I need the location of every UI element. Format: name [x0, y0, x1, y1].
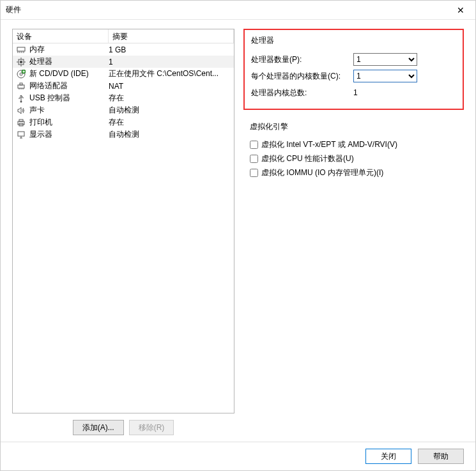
- svg-rect-15: [20, 83, 22, 85]
- device-name: 显示器: [29, 129, 109, 140]
- list-item[interactable]: 打印机存在: [13, 116, 234, 128]
- display-icon: [15, 130, 27, 140]
- svg-rect-6: [20, 61, 22, 63]
- svg-rect-0: [17, 47, 25, 51]
- list-item[interactable]: 显示器自动检测: [13, 128, 234, 141]
- svg-rect-14: [18, 85, 24, 88]
- device-name: USB 控制器: [29, 93, 109, 104]
- device-name: 处理器: [29, 56, 109, 67]
- svg-rect-24: [18, 132, 24, 136]
- device-summary: 存在: [109, 117, 234, 128]
- device-name: 内存: [29, 44, 109, 55]
- list-item[interactable]: USB 控制器存在: [13, 92, 234, 104]
- left-column: 设备 摘要 内存1 GB处理器1新 CD/DVD (IDE)正在使用文件 C:\…: [12, 29, 234, 435]
- counters-checkbox[interactable]: [250, 155, 258, 163]
- processor-count-row: 处理器数量(P): 1: [251, 51, 456, 68]
- device-name: 新 CD/DVD (IDE): [29, 68, 109, 79]
- virtualization-title: 虚拟化引擎: [250, 121, 457, 132]
- list-item[interactable]: 处理器1: [13, 56, 234, 68]
- list-item[interactable]: 网络适配器NAT: [13, 80, 234, 92]
- list-buttons: 添加(A)... 移除(R): [12, 413, 234, 435]
- device-summary: 存在: [109, 93, 234, 104]
- total-label: 处理器内核总数:: [251, 88, 353, 98]
- processor-group: 处理器 处理器数量(P): 1 每个处理器的内核数量(C): 1: [243, 29, 464, 110]
- cores-label: 每个处理器的内核数量(C):: [251, 71, 353, 82]
- vt-checkbox[interactable]: [250, 141, 258, 149]
- network-icon: [15, 81, 27, 91]
- total-row: 处理器内核总数: 1: [251, 84, 456, 101]
- iommu-checkbox[interactable]: [250, 169, 258, 177]
- list-rows: 内存1 GB处理器1新 CD/DVD (IDE)正在使用文件 C:\CentOS…: [13, 43, 234, 141]
- total-value: 1: [353, 88, 456, 97]
- counters-label: 虚拟化 CPU 性能计数器(U): [261, 153, 354, 164]
- dialog-title: 硬件: [6, 4, 451, 15]
- cores-select[interactable]: 1: [353, 70, 417, 82]
- device-summary: 1 GB: [109, 45, 234, 54]
- add-button[interactable]: 添加(A)...: [73, 420, 124, 435]
- header-device[interactable]: 设备: [13, 29, 109, 43]
- svg-point-12: [20, 73, 22, 75]
- list-item[interactable]: 声卡自动检测: [13, 104, 234, 116]
- list-item[interactable]: 内存1 GB: [13, 43, 234, 56]
- sound-icon: [15, 105, 27, 116]
- device-summary: 自动检测: [109, 129, 234, 140]
- device-summary: 自动检测: [109, 105, 234, 116]
- processor-title: 处理器: [251, 35, 456, 46]
- iommu-row: 虚拟化 IOMMU (IO 内存管理单元)(I): [250, 166, 457, 180]
- remove-button[interactable]: 移除(R): [129, 420, 174, 435]
- list-header: 设备 摘要: [13, 29, 234, 43]
- right-column: 处理器 处理器数量(P): 1 每个处理器的内核数量(C): 1: [243, 29, 464, 435]
- device-summary: 1: [109, 58, 234, 66]
- header-summary[interactable]: 摘要: [109, 29, 234, 43]
- vt-label: 虚拟化 Intel VT-x/EPT 或 AMD-V/RVI(V): [261, 139, 397, 150]
- close-icon[interactable]: ✕: [451, 3, 470, 18]
- cores-row: 每个处理器的内核数量(C): 1: [251, 68, 456, 84]
- device-name: 网络适配器: [29, 81, 109, 91]
- hardware-dialog: 硬件 ✕ 设备 摘要 内存1 GB处理器1新 CD/DVD (IDE)正在使用文…: [0, 0, 476, 471]
- usb-icon: [15, 93, 27, 104]
- counters-row: 虚拟化 CPU 性能计数器(U): [250, 151, 457, 166]
- dialog-footer: 关闭 帮助: [1, 442, 475, 470]
- virtualization-group: 虚拟化引擎 虚拟化 Intel VT-x/EPT 或 AMD-V/RVI(V) …: [243, 116, 464, 187]
- cpu-icon: [15, 57, 27, 67]
- processor-count-select[interactable]: 1: [353, 53, 417, 66]
- printer-icon: [15, 118, 27, 128]
- processor-count-value: 1: [353, 53, 456, 66]
- dialog-body: 设备 摘要 内存1 GB处理器1新 CD/DVD (IDE)正在使用文件 C:\…: [1, 20, 475, 442]
- memory-icon: [15, 45, 27, 55]
- processor-count-label: 处理器数量(P):: [251, 54, 353, 65]
- iommu-label: 虚拟化 IOMMU (IO 内存管理单元)(I): [261, 167, 383, 178]
- cd-icon: [15, 69, 27, 79]
- device-summary: 正在使用文件 C:\CentOS\Cent...: [109, 68, 234, 79]
- list-item[interactable]: 新 CD/DVD (IDE)正在使用文件 C:\CentOS\Cent...: [13, 68, 234, 80]
- titlebar: 硬件 ✕: [1, 1, 475, 20]
- device-name: 打印机: [29, 117, 109, 128]
- device-summary: NAT: [109, 82, 234, 91]
- help-button[interactable]: 帮助: [418, 449, 464, 464]
- cores-value: 1: [353, 70, 456, 82]
- device-name: 声卡: [29, 105, 109, 116]
- vt-row: 虚拟化 Intel VT-x/EPT 或 AMD-V/RVI(V): [250, 137, 457, 151]
- close-button[interactable]: 关闭: [365, 449, 411, 464]
- device-list: 设备 摘要 内存1 GB处理器1新 CD/DVD (IDE)正在使用文件 C:\…: [12, 29, 234, 413]
